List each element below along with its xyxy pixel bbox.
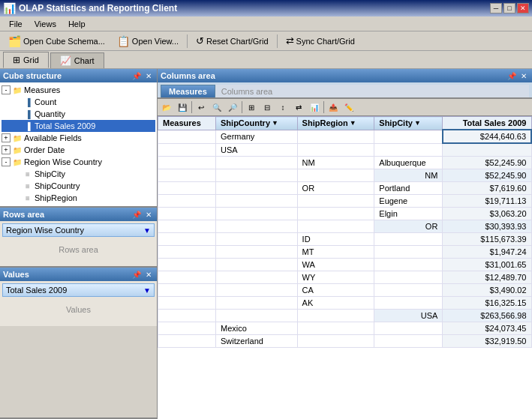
title-bar-left: 📊 OLAP Statistics and Reporting Client	[3, 2, 177, 14]
columns-area-title: Columns area	[161, 71, 215, 80]
table-row: Mexico $24,073.45	[158, 322, 532, 334]
table-row: OR Portland $7,619.60	[158, 181, 532, 194]
grid-tool-zoom[interactable]: 🔍	[209, 100, 224, 115]
values-header-controls: 📌 ✕	[131, 269, 154, 280]
tree-item-quantity[interactable]: ▐ Quantity	[2, 108, 155, 120]
ship-city-icon: ≡	[23, 169, 33, 179]
available-fields-icon: 📁	[12, 133, 23, 143]
tree-item-region-wise-country-field[interactable]: ≡ Region Wise Country	[2, 204, 155, 206]
table-row: CA $3,490.02	[158, 283, 532, 296]
tree-item-total-sales[interactable]: ▐ Total Sales 2009	[2, 120, 155, 132]
values-chip-label: Total Sales 2009	[6, 286, 67, 295]
cube-structure-tree[interactable]: - 📁 Measures ▐ Count ▐ Quantity	[0, 82, 157, 206]
grid-tool-collapse[interactable]: ⊟	[260, 100, 275, 115]
open-view-button[interactable]: 📋 Open View...	[112, 33, 184, 49]
data-grid-area[interactable]: Measures ShipCountry ▼ ShipRegion ▼	[158, 116, 532, 419]
grid-tool-save[interactable]: 💾	[175, 100, 190, 115]
menu-views[interactable]: Views	[29, 18, 62, 30]
columns-header-controls: 📌 ✕	[506, 70, 529, 81]
sync-icon: ⇄	[286, 35, 294, 46]
quantity-measure-icon: ▐	[23, 109, 33, 119]
expand-region-icon[interactable]: -	[2, 157, 11, 166]
tree-item-count[interactable]: ▐ Count	[2, 96, 155, 108]
measures-tab[interactable]: Measures	[161, 85, 215, 97]
region-field-icon: ≡	[23, 205, 33, 206]
table-row: USA $263,566.98	[158, 309, 532, 322]
tab-chart[interactable]: 📈 Chart	[50, 52, 104, 68]
region-folder-icon: 📁	[12, 157, 23, 167]
grid-tool-pivot[interactable]: ⇄	[291, 100, 306, 115]
cube-structure-controls: 📌 ✕	[131, 70, 154, 81]
tree-item-ship-country[interactable]: ≡ ShipCountry	[2, 180, 155, 192]
tree-item-region-wise-country[interactable]: - 📁 Region Wise Country	[2, 156, 155, 168]
toolbar-separator-1	[187, 34, 188, 48]
measures-folder-icon: 📁	[12, 85, 23, 95]
rows-pin-button[interactable]: 📌	[131, 209, 142, 220]
grid-tool-export[interactable]: 📤	[326, 100, 341, 115]
app-icon: 📊	[3, 2, 16, 14]
table-row: Elgin $3,063.20	[158, 207, 532, 220]
tab-grid[interactable]: ⊞ Grid	[3, 52, 49, 68]
close-panel-button[interactable]: ✕	[143, 70, 154, 81]
table-row: Eugene $19,711.13	[158, 194, 532, 207]
values-close-button[interactable]: ✕	[143, 269, 154, 280]
open-cube-schema-button[interactable]: 🗂️ Open Cube Schema...	[3, 33, 110, 49]
toolbar-separator-2	[277, 34, 278, 48]
grid-tool-expand[interactable]: ⊞	[244, 100, 259, 115]
measures-tab-bar: Measures Columns area	[158, 82, 532, 98]
view-icon: 📋	[117, 35, 130, 47]
tree-item-available-fields[interactable]: + 📁 Available Fields	[2, 132, 155, 144]
columns-close-button[interactable]: ✕	[518, 70, 529, 81]
close-button[interactable]: ✕	[517, 3, 529, 13]
grid-toolbar: 📂 💾 ↩ 🔍 🔎 ⊞ ⊟ ↕ ⇄ 📊 📤 ✏️	[158, 98, 532, 116]
table-row: NM Albuquerque $52,245.90	[158, 156, 532, 169]
rows-close-button[interactable]: ✕	[143, 209, 154, 220]
menu-help[interactable]: Help	[62, 18, 92, 30]
grid-tool-open[interactable]: 📂	[159, 100, 174, 115]
tree-item-order-date[interactable]: + 📁 Order Date	[2, 144, 155, 156]
ship-region-sort-icon: ▼	[350, 119, 356, 127]
col-header-ship-region[interactable]: ShipRegion ▼	[297, 117, 374, 130]
table-row: MT $1,947.24	[158, 245, 532, 258]
sync-chart-grid-button[interactable]: ⇄ Sync Chart/Grid	[281, 33, 360, 49]
expand-available-icon[interactable]: +	[2, 133, 11, 142]
minimize-button[interactable]: ─	[490, 3, 502, 13]
col-header-ship-country[interactable]: ShipCountry ▼	[216, 117, 298, 130]
grid-sep-1	[191, 101, 192, 113]
grid-tool-drill[interactable]: ↕	[275, 100, 290, 115]
reset-chart-grid-button[interactable]: ↺ Reset Chart/Grid	[191, 33, 274, 49]
region-wise-country-chip[interactable]: Region Wise Country ▼	[2, 223, 155, 237]
menu-file[interactable]: File	[3, 18, 29, 30]
title-bar: 📊 OLAP Statistics and Reporting Client ─…	[0, 0, 532, 16]
values-pin-button[interactable]: 📌	[131, 269, 142, 280]
grid-tool-settings[interactable]: ✏️	[341, 100, 356, 115]
main-content: Cube structure 📌 ✕ - 📁 Measures ▐ Coun	[0, 69, 532, 419]
rows-drop-zone[interactable]: Region Wise Country ▼ Rows area	[0, 221, 157, 266]
order-date-icon: 📁	[12, 145, 23, 155]
tree-item-ship-city[interactable]: ≡ ShipCity	[2, 168, 155, 180]
col-header-measures: Measures	[158, 117, 216, 130]
maximize-button[interactable]: □	[503, 3, 515, 13]
cube-schema-icon: 🗂️	[8, 35, 21, 47]
values-drop-zone[interactable]: Total Sales 2009 ▼ Values	[0, 281, 157, 326]
rows-header-controls: 📌 ✕	[131, 209, 154, 220]
table-row: AK $16,325.15	[158, 296, 532, 309]
total-sales-chip[interactable]: Total Sales 2009 ▼	[2, 283, 155, 297]
grid-tab-icon: ⊞	[13, 55, 20, 65]
grid-tool-undo[interactable]: ↩	[194, 100, 209, 115]
tree-item-measures[interactable]: - 📁 Measures	[2, 84, 155, 96]
tree-item-ship-region[interactable]: ≡ ShipRegion	[2, 192, 155, 204]
values-area-section: Values 📌 ✕ Total Sales 2009 ▼ Values	[0, 268, 157, 419]
columns-pin-button[interactable]: 📌	[506, 70, 517, 81]
view-tab-bar: ⊞ Grid 📈 Chart	[0, 51, 532, 69]
col-header-ship-city[interactable]: ShipCity ▼	[374, 117, 443, 130]
chip-filter-icon[interactable]: ▼	[143, 226, 151, 235]
grid-tool-chart[interactable]: 📊	[307, 100, 322, 115]
columns-drop-zone[interactable]: Columns area	[215, 85, 529, 97]
expand-order-date-icon[interactable]: +	[2, 145, 11, 154]
pin-button[interactable]: 📌	[131, 70, 142, 81]
values-chip-filter-icon[interactable]: ▼	[143, 286, 151, 295]
expand-measures-icon[interactable]: -	[2, 85, 11, 94]
grid-tool-filter[interactable]: 🔎	[225, 100, 240, 115]
app-title: OLAP Statistics and Reporting Client	[19, 3, 177, 13]
